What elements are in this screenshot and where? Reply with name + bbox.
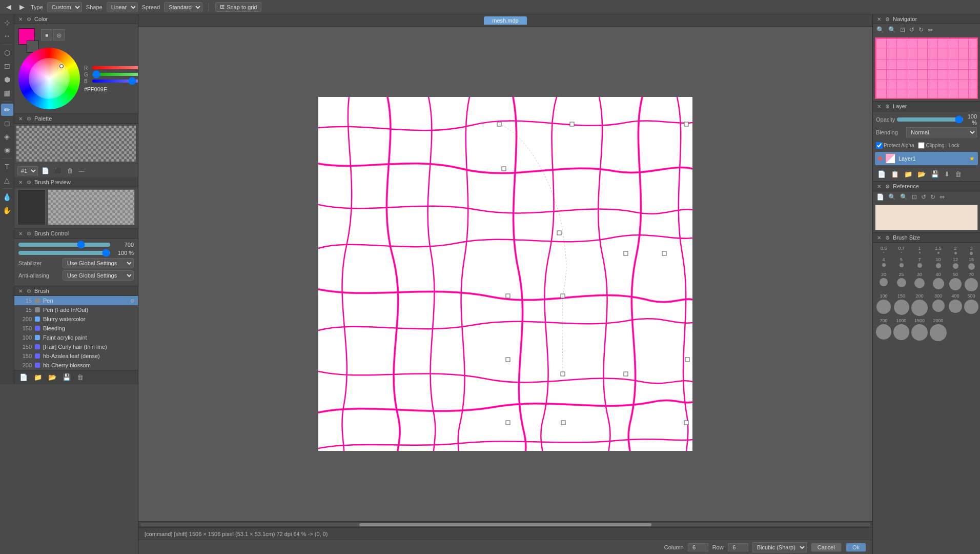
- brush-size-circle-8[interactable]: [917, 263, 922, 268]
- brush-size-circle-11[interactable]: [968, 263, 975, 270]
- clipping-checkbox[interactable]: [918, 142, 925, 149]
- opacity-slider[interactable]: [18, 251, 110, 255]
- tool-shape[interactable]: △: [1, 174, 13, 186]
- tool-hand[interactable]: ✋: [1, 204, 13, 216]
- ref-fit-btn[interactable]: ⊡: [910, 192, 918, 202]
- brush-size-settings-btn[interactable]: ⚙: [884, 235, 891, 241]
- interpolation-select[interactable]: Bicubic (Sharp): [752, 542, 807, 552]
- brush-size-item-1[interactable]: 0.7: [893, 246, 909, 255]
- layer-copy-btn[interactable]: 📋: [889, 169, 901, 179]
- brush-size-item-23[interactable]: 500: [964, 293, 978, 316]
- brush-control-close-btn[interactable]: ✕: [17, 231, 24, 236]
- tool-text[interactable]: T: [1, 161, 13, 173]
- brush-size-circle-15[interactable]: [933, 278, 944, 289]
- navigator-settings-btn[interactable]: ⚙: [884, 16, 891, 22]
- size-slider[interactable]: [18, 243, 110, 247]
- brush-size-circle-12[interactable]: [880, 278, 888, 286]
- brush-list-item-0[interactable]: 15 Pen ⚙: [14, 296, 138, 305]
- reference-close-btn[interactable]: ✕: [876, 184, 882, 189]
- protect-alpha-checkbox[interactable]: [876, 142, 883, 149]
- tool-fill[interactable]: ⬢: [1, 73, 13, 86]
- brush-size-circle-19[interactable]: [894, 300, 909, 315]
- ok-btn[interactable]: Ok: [846, 543, 866, 552]
- brush-size-circle-27[interactable]: [930, 324, 947, 341]
- brush-size-circle-9[interactable]: [936, 263, 941, 268]
- layer-export-btn[interactable]: 💾: [929, 169, 941, 179]
- brush-size-close-btn[interactable]: ✕: [876, 235, 882, 241]
- scrollbar-thumb-h[interactable]: [359, 523, 651, 526]
- tool-crop[interactable]: ⊡: [1, 60, 13, 72]
- brush-size-item-10[interactable]: 12: [949, 257, 962, 270]
- brush-size-item-24[interactable]: 700: [876, 318, 891, 341]
- palette-close-btn[interactable]: ✕: [17, 116, 24, 122]
- tool-move[interactable]: ↔: [1, 30, 13, 42]
- brush-size-item-2[interactable]: 1: [911, 246, 928, 255]
- brush-size-item-18[interactable]: 100: [876, 293, 891, 316]
- ref-rotate-right-btn[interactable]: ↻: [929, 192, 937, 202]
- nav-zoom-out-btn[interactable]: 🔍: [875, 25, 886, 34]
- brush-add-btn[interactable]: 📄: [17, 372, 30, 382]
- tool-lasso[interactable]: ⬡: [1, 47, 13, 59]
- layer-item[interactable]: Layer1 ★: [875, 152, 978, 165]
- palette-area[interactable]: [16, 126, 136, 162]
- brush-size-item-8[interactable]: 7: [911, 257, 928, 270]
- brush-preview-settings-btn[interactable]: ⚙: [26, 180, 32, 185]
- color-settings-btn[interactable]: ⚙: [26, 16, 32, 22]
- brush-size-item-14[interactable]: 30: [911, 272, 928, 291]
- red-slider[interactable]: [92, 66, 138, 69]
- brush-size-item-21[interactable]: 300: [930, 293, 947, 316]
- layer-folder-btn[interactable]: 📁: [903, 169, 914, 179]
- brush-size-circle-7[interactable]: [900, 263, 904, 267]
- brush-size-circle-10[interactable]: [953, 263, 958, 269]
- tool-brush[interactable]: ✏: [1, 104, 13, 116]
- canvas-viewport[interactable]: [138, 27, 872, 521]
- blending-select[interactable]: Normal: [906, 127, 977, 137]
- column-input[interactable]: [688, 543, 708, 551]
- brush-size-item-17[interactable]: 70: [964, 272, 978, 291]
- brush-size-item-11[interactable]: 15: [964, 257, 978, 270]
- palette-settings-btn[interactable]: ⚙: [26, 116, 32, 122]
- brush-list-item-2[interactable]: 200 Blurry watercolor: [14, 314, 138, 324]
- layer-delete-btn[interactable]: 🗑: [66, 167, 75, 174]
- brush-size-item-7[interactable]: 5: [893, 257, 909, 270]
- brush-size-circle-24[interactable]: [876, 324, 891, 340]
- brush-size-item-16[interactable]: 50: [949, 272, 962, 291]
- layer-download-btn[interactable]: ⬇: [943, 169, 951, 179]
- ref-new-btn[interactable]: 📄: [875, 192, 886, 202]
- brush-size-circle-22[interactable]: [949, 300, 962, 313]
- brush-size-circle-3[interactable]: [937, 252, 940, 254]
- layer-import-btn[interactable]: 📂: [916, 169, 927, 179]
- brush-size-item-13[interactable]: 25: [893, 272, 909, 291]
- toolbar-back-btn[interactable]: ◀: [4, 2, 13, 12]
- brush-size-circle-23[interactable]: [964, 300, 978, 314]
- brush-list-item-1[interactable]: 15 Pen (Fade In/Out): [14, 305, 138, 314]
- brush-size-item-19[interactable]: 150: [893, 293, 909, 316]
- nav-rotate-left-btn[interactable]: ↺: [908, 25, 916, 34]
- shape-select[interactable]: Linear: [107, 2, 138, 12]
- brush-size-item-25[interactable]: 1000: [893, 318, 909, 341]
- brush-size-circle-0[interactable]: [883, 252, 884, 253]
- brush-size-item-3[interactable]: 1.5: [930, 246, 947, 255]
- color-close-btn[interactable]: ✕: [17, 16, 24, 22]
- brush-size-item-20[interactable]: 200: [911, 293, 928, 316]
- brush-size-item-15[interactable]: 40: [930, 272, 947, 291]
- brush-import-btn[interactable]: 📂: [46, 372, 58, 382]
- brush-panel-settings-btn[interactable]: ⚙: [26, 288, 32, 294]
- layer-action-btn[interactable]: ⬛: [53, 167, 64, 174]
- brush-size-item-12[interactable]: 20: [876, 272, 891, 291]
- brush-size-circle-5[interactable]: [970, 252, 973, 255]
- navigator-preview[interactable]: [875, 37, 978, 99]
- layer-delete-btn2[interactable]: 🗑: [953, 169, 963, 179]
- brush-size-item-9[interactable]: 10: [930, 257, 947, 270]
- brush-size-item-26[interactable]: 1500: [911, 318, 928, 341]
- canvas-tab[interactable]: mesh.mdp: [484, 16, 526, 25]
- brush-list-item-3[interactable]: 150 Bleeding: [14, 324, 138, 333]
- nav-zoom-in-btn[interactable]: 🔍: [887, 25, 897, 34]
- brush-list-item-6[interactable]: 150 hb-Azalea leaf (dense): [14, 351, 138, 361]
- snap-to-grid-btn[interactable]: ⊞ Snap to grid: [215, 2, 261, 12]
- brush-size-item-5[interactable]: 3: [964, 246, 978, 255]
- spread-select[interactable]: Standard: [164, 2, 202, 12]
- brush-size-circle-21[interactable]: [932, 300, 945, 312]
- nav-flip-btn[interactable]: ⇔: [926, 25, 934, 34]
- tool-dodge[interactable]: ◉: [1, 144, 13, 156]
